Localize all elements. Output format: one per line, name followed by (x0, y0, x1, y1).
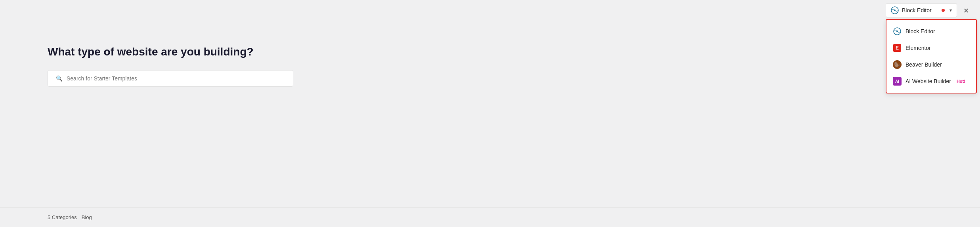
beaver-builder-label: Beaver Builder (905, 61, 942, 68)
builder-dropdown-menu: Block Editor E Elementor 🦫 Beaver Builde… (886, 19, 977, 93)
elementor-icon: E (893, 44, 902, 52)
ai-website-builder-label: AI Website Builder (905, 78, 951, 84)
dropdown-item-beaver-builder[interactable]: 🦫 Beaver Builder (886, 56, 976, 73)
wordpress-logo-icon (891, 6, 899, 14)
block-editor-label: Block Editor (905, 28, 935, 34)
builder-selector-wrapper: Block Editor ▾ Block Editor (886, 3, 957, 17)
hot-badge: Hot! (957, 79, 965, 84)
svg-point-3 (896, 31, 898, 32)
block-editor-icon (893, 27, 902, 36)
bottom-bar: 5 Categories Blog (0, 207, 980, 227)
dropdown-item-block-editor[interactable]: Block Editor (886, 23, 976, 40)
svg-point-1 (894, 10, 896, 11)
search-input[interactable] (67, 75, 285, 82)
dropdown-item-ai-website-builder[interactable]: AI AI Website Builder Hot! (886, 73, 976, 90)
top-bar: 📣 ♡ ↻ Block Editor ▾ (0, 0, 980, 22)
bottom-blog-tab[interactable]: Blog (82, 214, 92, 220)
bottom-categories-tab[interactable]: 5 Categories (48, 214, 77, 220)
body-content: What type of website are you building? 🔍 (0, 22, 980, 227)
dropdown-item-elementor[interactable]: E Elementor (886, 40, 976, 56)
search-icon: 🔍 (56, 75, 63, 82)
chevron-down-icon: ▾ (949, 8, 952, 13)
builder-selector-label: Block Editor (902, 7, 938, 13)
ai-website-builder-icon: AI (893, 77, 902, 86)
elementor-label: Elementor (905, 45, 931, 51)
close-button[interactable]: × (960, 5, 972, 17)
builder-selector-trigger[interactable]: Block Editor ▾ (886, 3, 957, 17)
main-content: 📣 ♡ ↻ Block Editor ▾ (0, 0, 980, 227)
page-heading: What type of website are you building? (48, 46, 254, 58)
notification-dot (942, 9, 945, 12)
search-bar: 🔍 (48, 70, 293, 87)
beaver-builder-icon: 🦫 (893, 60, 902, 69)
